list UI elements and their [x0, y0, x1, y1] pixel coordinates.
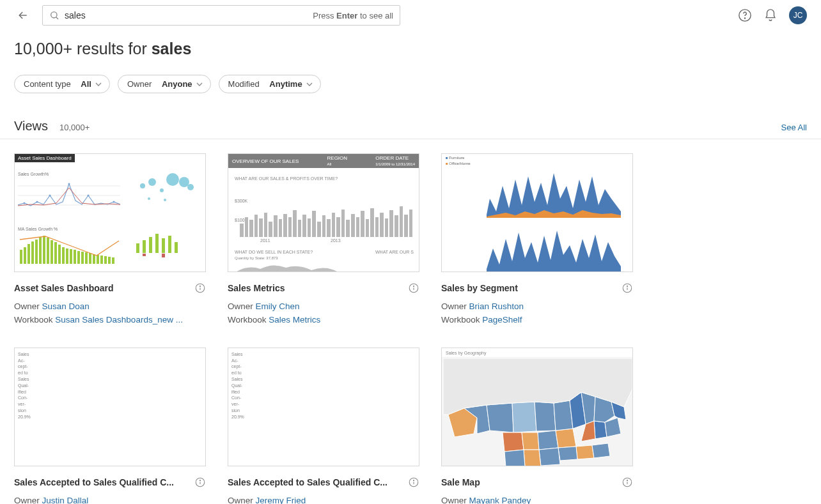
- svg-point-31: [199, 286, 200, 286]
- card-meta: Owner Emily Chen Workbook Sales Metrics: [228, 300, 419, 327]
- view-thumbnail[interactable]: OVERVIEW OF OUR SALES REGIONAll ORDER DA…: [228, 153, 419, 272]
- workbook-link[interactable]: Susan Sales Dashboards_new ...: [55, 315, 183, 325]
- view-card: Sales by Geography: [441, 347, 633, 504]
- card-title[interactable]: Sales Metrics: [228, 283, 285, 293]
- svg-point-15: [166, 173, 179, 186]
- filters-row: Content type All Owner Anyone Modified A…: [0, 63, 821, 100]
- card-title[interactable]: Sale Map: [441, 477, 480, 487]
- header-actions: JC: [738, 6, 807, 24]
- svg-rect-26: [175, 242, 178, 253]
- info-icon[interactable]: [194, 282, 206, 294]
- svg-rect-20: [136, 243, 139, 253]
- svg-point-14: [160, 188, 164, 192]
- view-card: ■ Furniture ■ Office/Home Sales by Segme…: [441, 153, 633, 327]
- help-icon[interactable]: [738, 8, 752, 22]
- svg-point-17: [187, 184, 194, 190]
- section-count: 10,000+: [59, 123, 90, 132]
- svg-rect-24: [162, 238, 165, 253]
- card-title[interactable]: Sales by Segment: [441, 283, 518, 293]
- card-meta: Owner Susan Doan Workbook Susan Sales Da…: [14, 300, 206, 327]
- svg-point-10: [88, 195, 90, 197]
- svg-point-8: [49, 195, 51, 197]
- view-card: Asset Sales Dashboard Sales Growth% MA S…: [14, 153, 206, 327]
- owner-link[interactable]: Emily Chen: [256, 302, 300, 311]
- svg-rect-23: [155, 234, 159, 253]
- view-card: OVERVIEW OF OUR SALES REGIONAll ORDER DA…: [228, 153, 419, 327]
- svg-point-47: [627, 480, 627, 480]
- chevron-down-icon: [306, 81, 313, 88]
- thumb-header: OVERVIEW OF OUR SALES REGIONAll ORDER DA…: [228, 154, 419, 168]
- svg-point-18: [148, 197, 150, 200]
- mini-scatter-chart: [127, 168, 200, 210]
- svg-point-13: [148, 178, 156, 186]
- svg-point-34: [413, 286, 414, 286]
- search-hint: Press Enter to see all: [313, 11, 393, 20]
- info-icon[interactable]: [622, 282, 633, 294]
- search-field[interactable]: Press Enter to see all: [42, 5, 400, 26]
- see-all-link[interactable]: See All: [781, 123, 807, 132]
- mini-line-chart: [18, 176, 120, 215]
- thumb-text: SalesAc-cept-ed toSalesQual-ifiedCon-ver…: [18, 351, 31, 420]
- svg-point-43: [413, 480, 414, 480]
- owner-link[interactable]: Jeremy Fried: [256, 496, 306, 504]
- svg-point-19: [164, 199, 166, 201]
- filter-modified[interactable]: Modified Anytime: [219, 75, 321, 93]
- view-card: SalesAc-cept-ed toSalesQual-ifiedCon-ver…: [228, 347, 419, 504]
- svg-point-16: [179, 177, 189, 187]
- view-thumbnail[interactable]: Asset Sales Dashboard Sales Growth% MA S…: [14, 153, 206, 272]
- owner-link[interactable]: Mayank Pandey: [469, 496, 531, 504]
- notifications-icon[interactable]: [763, 8, 778, 22]
- svg-point-6: [24, 202, 26, 204]
- mini-area-chart-2: [487, 223, 621, 272]
- svg-point-9: [68, 183, 70, 185]
- workbook-link[interactable]: Sales Metrics: [269, 315, 320, 325]
- owner-link[interactable]: Susan Doan: [42, 302, 90, 311]
- card-title[interactable]: Sales Accepted to Sales Qualified C...: [228, 477, 387, 487]
- svg-rect-22: [149, 237, 152, 253]
- svg-point-40: [199, 480, 200, 480]
- mini-bar-chart-2: [133, 224, 197, 266]
- mini-bar-chart: [20, 233, 122, 264]
- search-input[interactable]: [65, 10, 313, 20]
- workbook-link[interactable]: PageShelf: [482, 315, 522, 325]
- card-meta: Owner Mayank Pandey: [441, 494, 633, 504]
- svg-point-37: [627, 286, 627, 286]
- thumb-text: SalesAc-cept-ed toSalesQual-ifiedCon-ver…: [231, 351, 244, 420]
- section-title: Views: [14, 119, 48, 134]
- info-icon[interactable]: [622, 477, 633, 488]
- svg-rect-25: [168, 236, 171, 253]
- svg-rect-28: [162, 254, 165, 257]
- view-thumbnail[interactable]: SalesAc-cept-ed toSalesQual-ifiedCon-ver…: [14, 347, 206, 466]
- results-grid: Asset Sales Dashboard Sales Growth% MA S…: [0, 139, 821, 504]
- section-header: Views 10,000+ See All: [0, 100, 821, 139]
- chevron-down-icon: [95, 81, 102, 88]
- info-icon[interactable]: [408, 282, 419, 294]
- svg-rect-27: [143, 254, 146, 256]
- svg-rect-21: [143, 240, 146, 253]
- owner-link[interactable]: Justin Dallal: [42, 496, 89, 504]
- svg-point-0: [51, 12, 57, 18]
- info-icon[interactable]: [408, 477, 419, 488]
- card-title[interactable]: Sales Accepted to Sales Qualified C...: [14, 477, 174, 487]
- chevron-down-icon: [196, 81, 203, 88]
- card-meta: Owner Brian Rushton Workbook PageShelf: [441, 300, 633, 327]
- view-thumbnail[interactable]: SalesAc-cept-ed toSalesQual-ifiedCon-ver…: [228, 347, 419, 466]
- filter-owner[interactable]: Owner Anyone: [118, 75, 211, 93]
- card-meta: Owner Justin Dallal: [14, 494, 206, 504]
- filter-content-type[interactable]: Content type All: [14, 75, 110, 93]
- avatar[interactable]: JC: [789, 6, 807, 24]
- view-thumbnail[interactable]: Sales by Geography: [441, 347, 633, 466]
- mini-map: [235, 261, 350, 272]
- owner-link[interactable]: Brian Rushton: [469, 302, 524, 311]
- svg-point-2: [744, 18, 745, 19]
- results-heading: 10,000+ results for sales: [0, 31, 821, 63]
- card-title[interactable]: Asset Sales Dashboard: [14, 283, 114, 293]
- view-thumbnail[interactable]: ■ Furniture ■ Office/Home: [441, 153, 633, 272]
- info-icon[interactable]: [194, 477, 206, 488]
- header: Press Enter to see all JC: [0, 0, 821, 31]
- view-card: SalesAc-cept-ed toSalesQual-ifiedCon-ver…: [14, 347, 206, 504]
- mini-area-chart: [487, 167, 621, 218]
- back-button[interactable]: [14, 6, 32, 24]
- svg-point-7: [36, 201, 38, 203]
- search-icon: [49, 10, 59, 20]
